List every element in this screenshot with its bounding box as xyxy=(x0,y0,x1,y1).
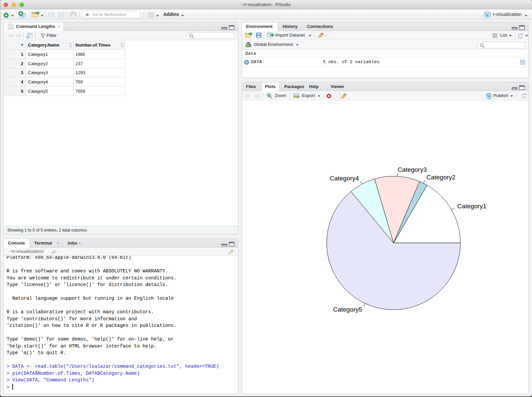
svg-text:Category5: Category5 xyxy=(333,306,362,313)
svg-text:Category3: Category3 xyxy=(398,166,427,173)
svg-text:Category1: Category1 xyxy=(457,203,486,210)
svg-text:Category2: Category2 xyxy=(426,174,456,181)
svg-text:Category4: Category4 xyxy=(330,175,359,182)
svg-text:R: R xyxy=(486,13,489,17)
